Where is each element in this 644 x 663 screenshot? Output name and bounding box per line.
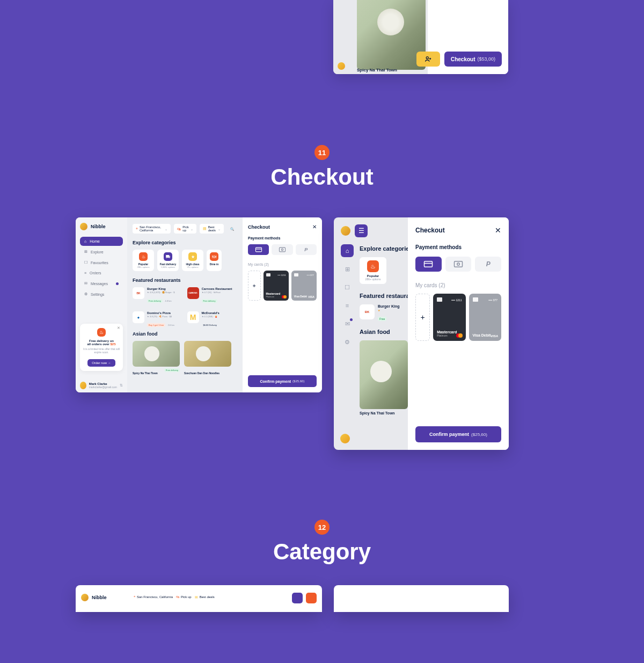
brand-icon xyxy=(341,226,350,236)
menu-button[interactable]: ☰ xyxy=(355,224,368,237)
card-mastercard[interactable]: •••• 1211 MastercardPlatinum xyxy=(433,294,465,341)
svg-point-8 xyxy=(457,263,460,266)
grid-view-button[interactable] xyxy=(292,593,303,603)
card-mastercard[interactable]: •••• 1211 MastercardPlatinum xyxy=(264,271,289,301)
food-image xyxy=(357,0,426,70)
category-popular[interactable]: ♨Popular286+ options xyxy=(360,257,386,284)
add-person-button[interactable] xyxy=(416,52,440,67)
categories-heading: Explore categories xyxy=(133,240,237,245)
card-visa[interactable]: •••• 077 Visa Debit VISA xyxy=(469,294,501,341)
confirm-payment-button[interactable]: Confirm payment($25,60) xyxy=(415,426,501,442)
promo-card: ✕ ♨ Free delivery onall orders over $25 … xyxy=(80,324,123,371)
search-icon[interactable]: 🔍 xyxy=(227,225,237,232)
notification-dot xyxy=(116,282,119,285)
restaurant-item[interactable]: CARROWSCarrows Restaurant★ 4.7 (91) · 🍽 … xyxy=(187,287,238,304)
restaurant-item[interactable]: BKBurger King★ 4.8 (1,873) · 🍔 Burger · … xyxy=(133,287,183,304)
add-card-button[interactable]: + xyxy=(248,271,261,301)
category-popular[interactable]: ♨Popular286+ options xyxy=(133,250,154,271)
method-cash[interactable] xyxy=(272,244,292,255)
location-filter[interactable]: ⌖San Francisco, California⌄ xyxy=(133,224,171,234)
mastercard-icon xyxy=(456,333,463,338)
restaurant-item[interactable]: MMcDonald's★ 4.1 (358) · 🍟$6.00 Delivery xyxy=(187,311,238,328)
my-cards-label: My cards (2) xyxy=(248,263,317,266)
food-title: Spicy Na Thai Town xyxy=(357,68,397,72)
desktop-mockup-strip: Nibble ⌖San Francisco, California 🛍Pick … xyxy=(76,585,322,612)
featured-heading: Featured restaurants xyxy=(133,278,237,283)
rail-fav[interactable]: ☐ xyxy=(341,281,354,294)
user-menu[interactable]: Mark Clarke markclarke@gmail.com ⇅ xyxy=(80,382,123,389)
brand: Nibble xyxy=(80,223,123,230)
close-button[interactable]: ✕ xyxy=(495,226,501,235)
nav-explore[interactable]: ⊞Explore xyxy=(80,247,123,257)
add-card-button[interactable]: + xyxy=(415,294,430,341)
section-badge: 12 xyxy=(314,520,330,535)
icon-rail: ⌂ ⊞ ☐ ≡ ✉ ⚙ xyxy=(341,244,354,348)
card-visa[interactable]: •••• 077 Visa Debit VISA xyxy=(291,271,317,301)
filter-bar: ⌖San Francisco, California⌄ 🛍Pick up⌄ ▤B… xyxy=(133,224,237,234)
method-cash[interactable] xyxy=(445,257,472,272)
nav-home[interactable]: ⌂Home xyxy=(80,237,123,246)
food-card[interactable]: Szechuan Dan Dan Noodles xyxy=(184,341,231,376)
restaurant-item[interactable]: ◆Domino's Pizza★ 3.8 (79) · 🍕 Pizza · $$… xyxy=(133,311,183,328)
panel-title: Checkout xyxy=(415,227,445,234)
method-card[interactable] xyxy=(415,257,442,272)
method-paypal[interactable]: P xyxy=(296,244,317,255)
mini-sidebar xyxy=(333,0,350,74)
confirm-payment-button[interactable]: Confirm payment($25,60) xyxy=(248,375,317,387)
top-preview-mockup: Spicy Na Thai Town Checkout ($53,00) xyxy=(333,0,508,74)
nav-favourites[interactable]: ☐Favourites xyxy=(80,258,123,267)
restaurant-list: BKBurger King★ 4.8 (1,873) · 🍔 Burger · … xyxy=(133,287,237,331)
order-now-button[interactable]: Order now → xyxy=(87,359,115,367)
food-image xyxy=(360,340,408,409)
promo-line1: Free delivery onall orders over $25 xyxy=(83,339,120,346)
checkout-panel: Checkout ✕ Payment methods P My cards (2… xyxy=(408,217,509,450)
close-button[interactable]: ✕ xyxy=(312,224,317,230)
brand-icon xyxy=(81,594,89,601)
rail-orders[interactable]: ≡ xyxy=(341,299,354,312)
rail-messages[interactable]: ✉ xyxy=(341,317,354,330)
payment-methods: P xyxy=(248,244,317,255)
list-view-button[interactable] xyxy=(306,593,317,603)
asian-heading: Asian food xyxy=(133,331,237,337)
section-badge: 11 xyxy=(314,145,330,160)
mastercard-icon xyxy=(282,295,287,298)
category-list: ♨Popular286+ options ⛟Fast delivery1,843… xyxy=(133,250,237,271)
visa-icon: VISA xyxy=(491,334,498,338)
my-cards-label: My cards (2) xyxy=(415,282,501,288)
checkout-button[interactable]: Checkout ($53,00) xyxy=(444,52,502,67)
nav-messages[interactable]: ✉Messages xyxy=(80,279,123,288)
section-title: Category xyxy=(0,539,644,565)
section-title: Checkout xyxy=(0,164,644,190)
promo-line2: It is a limited time offer that will exp… xyxy=(83,347,120,354)
category-fast[interactable]: ⛟Fast delivery1,843+ options xyxy=(157,250,179,271)
svg-rect-7 xyxy=(455,261,463,267)
deals-filter[interactable]: ▤Best deals xyxy=(195,595,215,599)
category-dine[interactable]: 🍽Dine in xyxy=(207,250,222,271)
category-high[interactable]: ★High class25+ options xyxy=(182,250,203,271)
method-paypal[interactable]: P xyxy=(475,257,501,272)
mode-filter[interactable]: 🛍Pick up⌄ xyxy=(174,224,196,234)
svg-rect-1 xyxy=(255,247,261,252)
sidebar: Nibble ⌂Home ⊞Explore ☐Favourites ≡Order… xyxy=(76,217,127,392)
close-icon[interactable]: ✕ xyxy=(117,326,120,330)
payment-methods-label: Payment methods xyxy=(415,244,501,250)
payment-methods: P xyxy=(415,257,501,272)
mode-filter[interactable]: 🛍Pick up xyxy=(176,595,192,599)
nav-orders[interactable]: ≡Orders xyxy=(80,268,123,278)
svg-point-4 xyxy=(281,249,283,250)
card-list: + •••• 1211 MastercardPlatinum •••• 077 … xyxy=(415,294,501,341)
avatar xyxy=(340,434,350,443)
desktop-mockup: Nibble ⌂Home ⊞Explore ☐Favourites ≡Order… xyxy=(76,217,322,392)
food-card[interactable]: Spicy Na Thai TownFree delivery xyxy=(133,341,180,376)
deals-filter[interactable]: ▤Best deals⌄ xyxy=(200,224,224,234)
location-filter[interactable]: ⌖San Francisco, California xyxy=(134,595,173,599)
svg-rect-5 xyxy=(425,261,433,267)
rail-settings[interactable]: ⚙ xyxy=(341,336,354,348)
fire-icon: ♨ xyxy=(97,328,106,337)
nav-settings[interactable]: ⚙Settings xyxy=(80,289,123,299)
panel-title: Checkout xyxy=(248,224,270,230)
rail-explore[interactable]: ⊞ xyxy=(341,263,354,275)
rail-home[interactable]: ⌂ xyxy=(341,244,354,257)
svg-point-0 xyxy=(426,57,428,59)
method-card[interactable] xyxy=(248,244,269,255)
